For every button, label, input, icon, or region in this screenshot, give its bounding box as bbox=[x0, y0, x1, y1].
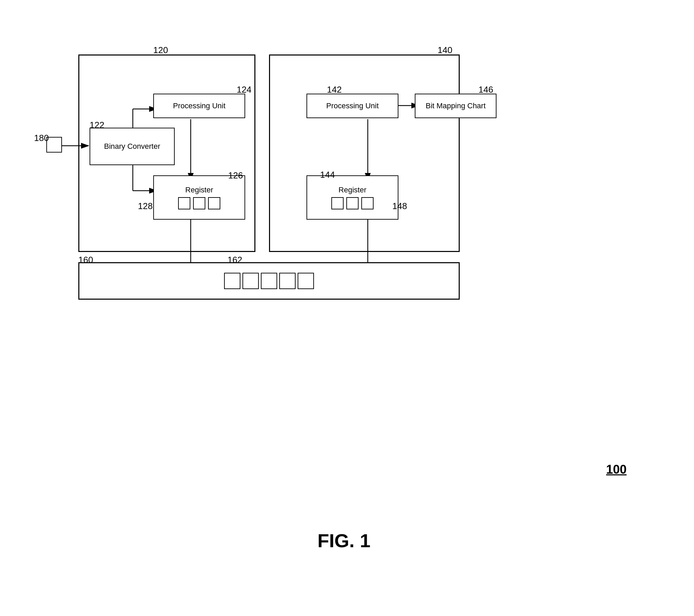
ref-126: 126 bbox=[228, 170, 243, 181]
register-cells-128 bbox=[178, 197, 220, 209]
ref-124: 124 bbox=[237, 84, 251, 95]
ref-144: 144 bbox=[320, 170, 335, 180]
bus-cells-162 bbox=[224, 273, 314, 289]
ref-162: 162 bbox=[227, 255, 242, 265]
register-cell bbox=[331, 197, 344, 209]
processing-unit-124: Processing Unit bbox=[153, 94, 245, 118]
processing-unit-142: Processing Unit bbox=[306, 94, 398, 118]
bus-cell bbox=[279, 273, 296, 289]
bus-cell bbox=[242, 273, 259, 289]
ref-142: 142 bbox=[327, 84, 342, 95]
figure-label: FIG. 1 bbox=[317, 530, 370, 552]
ref-180: 180 bbox=[34, 133, 49, 143]
ref-160: 160 bbox=[78, 255, 93, 265]
bus-cell bbox=[224, 273, 240, 289]
ref-122: 122 bbox=[90, 120, 104, 130]
register-cell bbox=[208, 197, 220, 209]
register-cell bbox=[361, 197, 374, 209]
register-cells-148 bbox=[331, 197, 374, 209]
bus-cell bbox=[298, 273, 314, 289]
register-cell bbox=[193, 197, 205, 209]
diagram-number-100: 100 bbox=[606, 462, 627, 477]
register-cell bbox=[346, 197, 359, 209]
diagram-container: 180 120 140 Processing Unit 124 Binary C… bbox=[34, 27, 654, 572]
ref-128: 128 bbox=[138, 201, 153, 211]
ref-140: 140 bbox=[438, 45, 452, 56]
bit-mapping-chart-146: Bit Mapping Chart bbox=[415, 94, 496, 118]
register-144: Register bbox=[306, 175, 398, 220]
ref-120: 120 bbox=[153, 45, 168, 56]
ref-148: 148 bbox=[392, 201, 407, 211]
binary-converter-122: Binary Converter bbox=[90, 128, 175, 165]
ref-146: 146 bbox=[478, 84, 493, 95]
bus-box-160 bbox=[78, 262, 460, 300]
box-140 bbox=[269, 54, 460, 252]
bus-cell bbox=[261, 273, 277, 289]
register-126: Register bbox=[153, 175, 245, 220]
register-cell bbox=[178, 197, 190, 209]
